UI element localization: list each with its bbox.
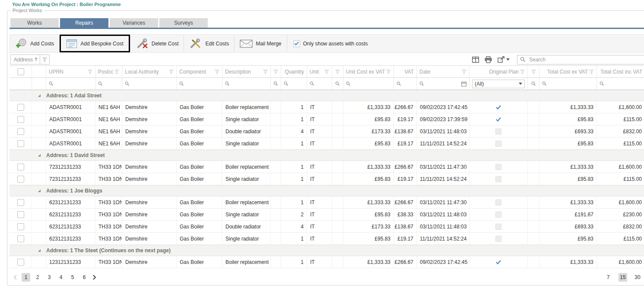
page-button-4[interactable]: 4 — [57, 273, 65, 282]
row-checkbox[interactable] — [17, 223, 24, 230]
header-cell-description[interactable]: Description — [222, 66, 271, 77]
header-cell-postcode[interactable]: Postcode — [95, 66, 122, 77]
header-cell-uprn[interactable]: UPRN — [46, 66, 95, 77]
export-button[interactable] — [497, 55, 511, 64]
tab-variances[interactable]: Variances — [110, 18, 158, 28]
group-expand-toggle[interactable] — [32, 249, 46, 252]
filter-cell-sp1[interactable] — [271, 78, 281, 90]
filter-cell-sp3[interactable] — [528, 78, 539, 90]
row-checkbox[interactable] — [17, 176, 24, 183]
header-cell-total_inc[interactable]: Total Cost inc VAT — [597, 66, 644, 77]
header-cell-vat[interactable]: VAT — [394, 66, 417, 77]
filter-cell-vat[interactable] — [394, 78, 417, 90]
original-plan-filter-dropdown[interactable]: (All) — [472, 80, 525, 88]
pager-prev-button[interactable] — [13, 274, 17, 280]
page-button-2[interactable]: 2 — [33, 273, 42, 282]
page-button-5[interactable]: 5 — [68, 273, 77, 282]
filter-funnel-icon[interactable] — [215, 70, 219, 74]
group-by-chip-address[interactable]: Address — [10, 55, 50, 64]
row-checkbox[interactable] — [17, 140, 24, 147]
filter-funnel-icon[interactable] — [114, 70, 119, 74]
group-expand-toggle[interactable] — [32, 94, 46, 97]
header-cell-sp3[interactable] — [528, 66, 539, 77]
table-row[interactable]: ADASTR0001NE1 6AHDemshireGas BoilerSingl… — [10, 113, 644, 125]
table-row[interactable]: 72312131233TH33 1ONDemshireGas BoilerBoi… — [10, 161, 644, 173]
group-expand-toggle[interactable] — [32, 189, 46, 193]
header-cell-component[interactable]: Component — [177, 66, 222, 77]
header-cell-sp1[interactable] — [271, 66, 281, 77]
filter-funnel-icon[interactable] — [589, 70, 594, 74]
row-checkbox[interactable] — [17, 116, 24, 123]
filter-cell-component[interactable] — [177, 78, 222, 90]
filter-cell-postcode[interactable] — [95, 78, 122, 90]
header-cell-sp2[interactable] — [332, 66, 343, 77]
calendar-icon[interactable] — [461, 81, 466, 87]
row-checkbox[interactable] — [17, 164, 24, 170]
header-cell-unit[interactable]: Unit — [307, 66, 332, 77]
edit-costs-button[interactable]: Edit Costs — [184, 35, 234, 52]
header-cell-total_ex[interactable]: Total Cost ex VAT — [539, 66, 597, 77]
filter-cell-date[interactable] — [417, 78, 470, 90]
tab-repairs[interactable]: Repairs — [60, 18, 108, 28]
page-size-15[interactable]: 15 — [619, 273, 627, 282]
filter-funnel-icon[interactable] — [335, 70, 340, 74]
tab-works[interactable]: Works — [10, 18, 59, 28]
filter-funnel-icon[interactable] — [520, 70, 525, 74]
table-row[interactable]: 62312131233TH33 1ONDemshireGas BoilerDou… — [10, 221, 644, 233]
row-checkbox[interactable] — [17, 235, 24, 242]
filter-funnel-icon[interactable] — [324, 70, 329, 74]
group-row[interactable]: Address: 1 Adal Street — [10, 90, 644, 101]
table-row[interactable]: ADASTR0001NE1 6AHDemshireGas BoilerSingl… — [10, 138, 644, 150]
filter-cell-authority[interactable] — [122, 78, 177, 90]
filter-cell-total_inc[interactable] — [597, 78, 644, 90]
filter-funnel-icon[interactable] — [169, 70, 174, 74]
filter-cell-sp2[interactable] — [332, 78, 343, 90]
table-row[interactable]: 62312131233TH33 1ONDemshireGas BoilerSin… — [10, 209, 644, 221]
mail-merge-button[interactable]: Mail Merge — [235, 35, 286, 52]
group-row[interactable]: Address: 1 David Street — [10, 150, 644, 161]
only-show-assets-checkbox[interactable] — [293, 40, 300, 47]
group-row[interactable]: Address: 1 Joe Bloggs — [10, 185, 644, 196]
delete-cost-button[interactable]: Delete Cost — [130, 35, 184, 52]
table-row[interactable]: 72312131233TH33 1ONDemshireGas BoilerSin… — [10, 173, 644, 185]
search-input[interactable] — [528, 56, 641, 63]
filter-funnel-icon[interactable] — [531, 70, 536, 74]
add-costs-button[interactable]: Add Costs — [10, 35, 59, 52]
page-button-3[interactable]: 3 — [45, 273, 54, 282]
filter-cell-qty[interactable] — [281, 78, 307, 90]
filter-funnel-icon[interactable] — [273, 70, 278, 74]
row-checkbox[interactable] — [17, 199, 24, 206]
header-cell-unit_cost[interactable]: Unit Cost ex VAT — [343, 66, 394, 77]
group-expand-toggle[interactable] — [32, 154, 46, 157]
pager-next-button[interactable] — [92, 274, 97, 280]
add-bespoke-cost-button[interactable]: Add Bespoke Cost — [61, 36, 128, 51]
select-all-checkbox[interactable] — [17, 68, 24, 75]
filter-cell-uprn[interactable] — [46, 78, 95, 90]
row-checkbox[interactable] — [17, 104, 24, 111]
page-button-6[interactable]: 6 — [80, 273, 89, 282]
print-icon[interactable] — [484, 55, 493, 64]
filter-funnel-icon[interactable] — [386, 70, 391, 74]
group-row[interactable]: Address: 1 The Steet (Continues on the n… — [10, 245, 644, 256]
header-cell-qty[interactable]: Quantity — [281, 66, 307, 77]
row-checkbox[interactable] — [17, 128, 24, 135]
table-row[interactable]: ADASTR0001NE1 6AHDemshireGas BoilerDoubl… — [10, 125, 644, 138]
filter-cell-description[interactable] — [222, 78, 271, 90]
only-show-assets-toggle[interactable]: Only show assets with costs — [287, 40, 374, 47]
filter-cell-unit_cost[interactable] — [343, 78, 394, 90]
row-checkbox[interactable] — [17, 211, 24, 218]
page-size-30[interactable]: 30 — [633, 273, 642, 282]
header-cell-original_plan[interactable]: Original Plan — [470, 66, 528, 77]
filter-cell-total_ex[interactable] — [539, 78, 597, 90]
filter-funnel-icon[interactable] — [88, 70, 92, 74]
filter-funnel-icon[interactable] — [263, 70, 268, 74]
table-row[interactable]: 62312131233TH33 1ONDemshireGas BoilerSin… — [10, 233, 644, 245]
page-button-1[interactable]: 1 — [22, 273, 30, 282]
filter-cell-unit[interactable] — [307, 78, 332, 90]
page-size-7[interactable]: 7 — [604, 273, 612, 282]
table-row[interactable]: 62312131233TH33 1ONDemshireGas BoilerBoi… — [10, 196, 644, 209]
table-row[interactable]: 12312131233TH33 1ONDemshireGas BoilerBoi… — [10, 256, 644, 268]
header-cell-date[interactable]: Date — [417, 66, 470, 77]
tab-surveys[interactable]: Surveys — [159, 18, 208, 28]
column-chooser-icon[interactable] — [471, 56, 480, 64]
